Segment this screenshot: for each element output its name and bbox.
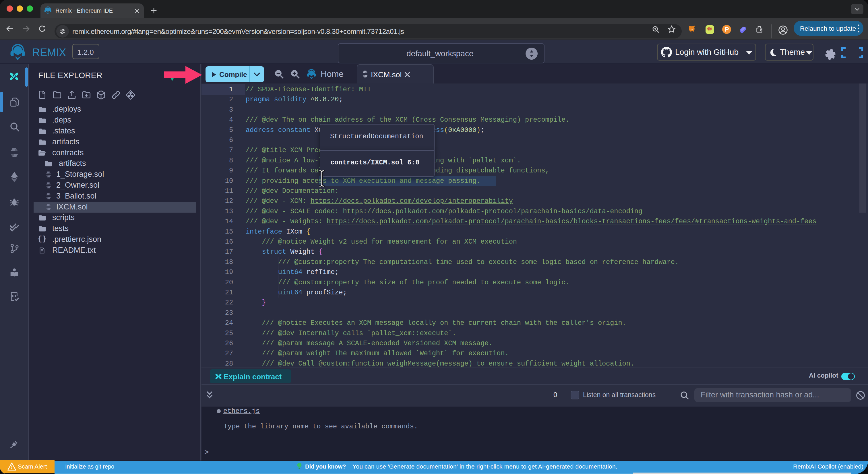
svg-text:AI: AI: [12, 74, 16, 78]
